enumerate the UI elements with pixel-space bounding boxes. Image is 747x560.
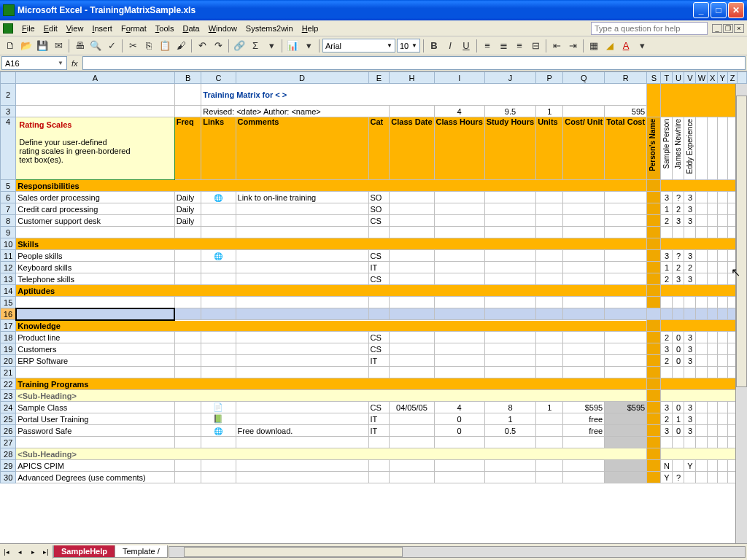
col-header[interactable] — [738, 72, 747, 84]
selected-row-header[interactable]: 16 — [1, 308, 16, 320]
col-header[interactable]: E — [368, 72, 390, 84]
name-box[interactable]: A16▼ — [1, 56, 67, 70]
link-icon[interactable]: 🌐 — [214, 252, 222, 260]
new-button[interactable]: 🗋 — [3, 39, 18, 53]
menu-data[interactable]: Data — [178, 23, 204, 34]
fill-color-button[interactable]: ◢ — [603, 39, 617, 53]
col-header[interactable]: C — [201, 72, 236, 84]
align-center-button[interactable]: ≣ — [496, 39, 511, 53]
open-button[interactable]: 📂 — [19, 39, 34, 53]
link-icon[interactable]: 🌐 — [214, 194, 222, 202]
increase-indent-button[interactable]: ⇥ — [565, 39, 580, 53]
borders-button[interactable]: ▦ — [587, 39, 601, 53]
horizontal-scrollbar[interactable] — [169, 546, 746, 558]
hyperlink-button[interactable]: 🔗 — [232, 39, 247, 53]
paste-button[interactable]: 📋 — [158, 39, 172, 53]
col-header[interactable]: Q — [563, 72, 605, 84]
font-color-button[interactable]: A — [619, 39, 633, 53]
excel-app-icon — [3, 4, 15, 16]
chart-button[interactable]: 📊 — [285, 39, 300, 53]
mdi-minimize-button[interactable]: _ — [712, 24, 722, 33]
font-combo[interactable]: Arial▼ — [322, 39, 395, 52]
menu-systems2win[interactable]: Systems2win — [241, 23, 298, 34]
select-all-cell[interactable] — [1, 72, 16, 84]
persons-name-header: Person's Name — [647, 117, 661, 180]
sheet-tab-template[interactable]: Template / — [115, 545, 168, 558]
print-preview-button[interactable]: 🔍 — [88, 39, 103, 53]
cut-button[interactable]: ✂ — [125, 39, 140, 53]
col-header[interactable]: J — [484, 72, 535, 84]
more-buttons[interactable]: ▾ — [301, 39, 316, 53]
menu-file[interactable]: File — [18, 23, 39, 34]
col-header[interactable]: A — [16, 72, 175, 84]
italic-button[interactable]: I — [443, 39, 457, 53]
spelling-button[interactable]: ✓ — [104, 39, 119, 53]
font-size-combo[interactable]: 10▼ — [397, 39, 420, 52]
mdi-close-button[interactable]: × — [734, 24, 744, 33]
copy-button[interactable]: ⎘ — [142, 39, 156, 53]
col-header[interactable]: Z — [727, 72, 738, 84]
save-button[interactable]: 💾 — [35, 39, 50, 53]
excel-doc-icon[interactable]: 📗 — [213, 414, 223, 423]
help-search-input[interactable] — [591, 22, 708, 35]
menu-bar: File Edit View Insert Format Tools Data … — [0, 20, 747, 36]
col-header[interactable]: W — [696, 72, 708, 84]
menu-tools[interactable]: Tools — [151, 23, 179, 34]
menu-edit[interactable]: Edit — [39, 23, 62, 34]
tab-nav-last[interactable]: ▸| — [39, 545, 53, 559]
col-header[interactable]: T — [661, 72, 673, 84]
mdi-restore-button[interactable]: ❐ — [723, 24, 733, 33]
col-header[interactable]: S — [647, 72, 661, 84]
window-title: Microsoft Excel - TrainingMatrixSample.x… — [18, 5, 693, 15]
workbook-icon — [3, 23, 13, 34]
word-doc-icon[interactable]: 📄 — [213, 402, 223, 411]
col-header[interactable]: H — [390, 72, 434, 84]
tab-nav-next[interactable]: ▸ — [26, 545, 39, 559]
align-right-button[interactable]: ≡ — [512, 39, 527, 53]
fx-icon[interactable]: fx — [71, 59, 78, 68]
menu-format[interactable]: Format — [117, 23, 151, 34]
tab-nav-first[interactable]: |◂ — [0, 545, 13, 559]
align-left-button[interactable]: ≡ — [480, 39, 495, 53]
maximize-button[interactable]: □ — [711, 2, 727, 18]
col-header[interactable]: R — [605, 72, 647, 84]
formula-bar[interactable] — [82, 56, 746, 70]
print-button[interactable]: 🖶 — [72, 39, 87, 53]
tab-nav-prev[interactable]: ◂ — [13, 545, 26, 559]
col-header[interactable]: V — [684, 72, 696, 84]
standard-toolbar: 🗋 📂 💾 ✉ 🖶 🔍 ✓ ✂ ⎘ 📋 🖌 ↶ ↷ 🔗 Σ ▾ 📊 ▾ Aria… — [0, 36, 747, 55]
close-button[interactable]: ✕ — [728, 2, 744, 18]
sheet-tab-samplehelp[interactable]: SampleHelp — [53, 545, 115, 558]
title-bar: Microsoft Excel - TrainingMatrixSample.x… — [0, 0, 747, 20]
minimize-button[interactable]: _ — [693, 2, 709, 18]
autosum-button[interactable]: Σ — [248, 39, 263, 53]
sort-button[interactable]: ▾ — [264, 39, 279, 53]
col-header[interactable]: B — [174, 72, 201, 84]
link-icon[interactable]: 🌐 — [214, 427, 222, 435]
col-header[interactable]: U — [673, 72, 684, 84]
row-header[interactable]: 3 — [1, 106, 16, 117]
email-button[interactable]: ✉ — [51, 39, 66, 53]
decrease-indent-button[interactable]: ⇤ — [549, 39, 564, 53]
menu-help[interactable]: Help — [298, 23, 323, 34]
merge-button[interactable]: ⊟ — [528, 39, 543, 53]
undo-button[interactable]: ↶ — [195, 39, 209, 53]
col-header[interactable]: X — [708, 72, 718, 84]
toolbar-options[interactable]: ▾ — [635, 39, 649, 53]
vertical-scrollbar[interactable] — [735, 84, 747, 543]
menu-window[interactable]: Window — [204, 23, 241, 34]
format-painter-button[interactable]: 🖌 — [174, 39, 188, 53]
menu-view[interactable]: View — [62, 23, 88, 34]
col-header[interactable]: I — [434, 72, 484, 84]
col-header[interactable]: Y — [718, 72, 728, 84]
worksheet-grid[interactable]: A B C D E H I J P Q R S T U V W X Y Z 2 … — [0, 71, 747, 543]
redo-button[interactable]: ↷ — [211, 39, 225, 53]
col-header[interactable]: P — [536, 72, 563, 84]
underline-button[interactable]: U — [459, 39, 473, 53]
row-header[interactable]: 2 — [1, 84, 16, 106]
col-header[interactable]: D — [236, 72, 368, 84]
bold-button[interactable]: B — [427, 39, 441, 53]
menu-insert[interactable]: Insert — [88, 23, 117, 34]
row-header[interactable]: 4 — [1, 117, 16, 180]
rating-scales-box: Rating Scales Define your user-defined r… — [16, 117, 175, 180]
